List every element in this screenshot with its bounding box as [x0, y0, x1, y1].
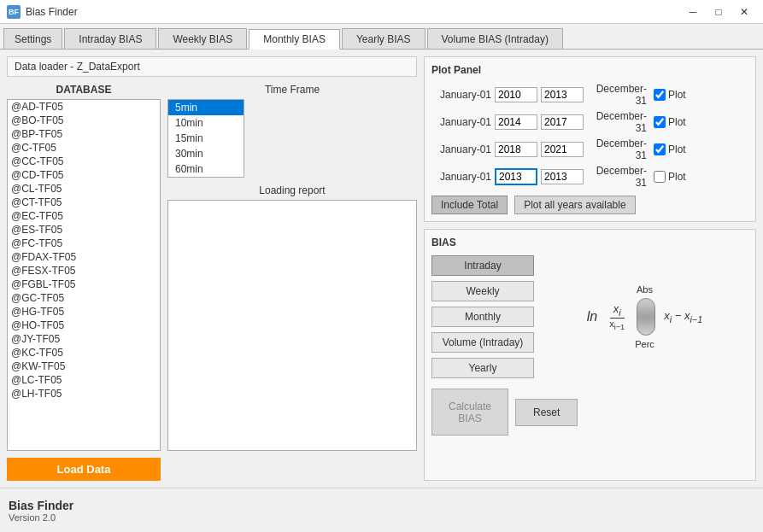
plot-panel: Plot Panel January-01 December-31 Plot J…	[424, 56, 756, 222]
right-inner-panel: Time Frame 5min10min15min30min60min Load…	[167, 84, 417, 451]
bias-yearly-button[interactable]: Yearly	[431, 358, 534, 378]
plot-year2-4[interactable]	[541, 169, 584, 184]
db-item[interactable]: @FDAX-TF05	[8, 250, 160, 264]
plot-year2-3[interactable]	[541, 142, 584, 157]
plot-end-1: December-31	[587, 83, 647, 107]
db-item[interactable]: @LC-TF05	[8, 373, 160, 387]
bias-monthly-button[interactable]: Monthly	[431, 307, 534, 327]
plot-year1-1[interactable]	[495, 87, 537, 102]
db-item[interactable]: @FESX-TF05	[8, 264, 160, 278]
abs-label: Abs	[637, 284, 653, 295]
plot-buttons-row: Include Total Plot all years available	[431, 196, 748, 214]
plot-end-4: December-31	[587, 165, 647, 189]
close-button[interactable]: ✕	[732, 3, 756, 21]
plot-year1-2[interactable]	[495, 114, 537, 130]
title-bar-controls: ─ □ ✕	[681, 3, 756, 21]
plot-panel-title: Plot Panel	[431, 64, 748, 76]
db-item[interactable]: @HO-TF05	[8, 319, 160, 332]
db-item[interactable]: @KC-TF05	[8, 346, 160, 360]
footer-title: Bias Finder	[9, 499, 754, 512]
bias-intraday-button[interactable]: Intraday	[431, 255, 534, 276]
include-total-button[interactable]: Include Total	[431, 196, 508, 214]
db-item[interactable]: @AD-TF05	[8, 100, 160, 114]
db-item[interactable]: @JY-TF05	[8, 332, 160, 346]
plot-check-4[interactable]: Plot	[654, 171, 686, 183]
db-item[interactable]: @KW-TF05	[8, 360, 160, 373]
title-bar: BF Bias Finder ─ □ ✕	[0, 0, 763, 24]
plot-label-1: Plot	[668, 89, 686, 101]
bias-weekly-button[interactable]: Weekly	[431, 281, 534, 301]
app-icon: BF	[7, 5, 21, 19]
tab-yearly[interactable]: Yearly BIAS	[342, 28, 426, 49]
formula-fraction: xi xi−1	[606, 302, 628, 331]
plot-row-3: January-01 December-31 Plot	[431, 137, 748, 161]
db-item[interactable]: @FC-TF05	[8, 237, 160, 250]
bias-buttons: Intraday Weekly Monthly Volume (Intraday…	[431, 255, 534, 378]
plot-end-3: December-31	[587, 137, 647, 161]
db-item[interactable]: @CD-TF05	[8, 168, 160, 182]
data-loader-bar: Data loader - Z_DataExport	[7, 56, 417, 77]
timeframe-section: Time Frame 5min10min15min30min60min	[167, 84, 417, 178]
plot-all-years-button[interactable]: Plot all years available	[514, 196, 635, 214]
right-panel: Plot Panel January-01 December-31 Plot J…	[424, 56, 756, 481]
formula-area: Abs ln xi xi−1 xi − xi−1 Perc	[541, 255, 748, 378]
bias-volume-button[interactable]: Volume (Intraday)	[431, 332, 534, 353]
loading-report-section: Loading report	[167, 184, 417, 451]
toggle-pill[interactable]	[637, 298, 655, 336]
plot-year1-3[interactable]	[495, 142, 537, 157]
tf-item[interactable]: 10min	[168, 115, 244, 131]
tab-weekly[interactable]: Weekly BIAS	[158, 28, 247, 49]
db-item[interactable]: @CC-TF05	[8, 155, 160, 168]
db-item[interactable]: @EC-TF05	[8, 209, 160, 223]
timeframe-label: Time Frame	[167, 84, 417, 96]
maximize-button[interactable]: □	[707, 3, 731, 21]
db-item[interactable]: @ES-TF05	[8, 223, 160, 237]
plot-check-3[interactable]: Plot	[654, 143, 686, 155]
loading-report-box	[167, 200, 417, 451]
plot-year1-4[interactable]	[495, 168, 537, 185]
db-list[interactable]: @AD-TF05@BO-TF05@BP-TF05@C-TF05@CC-TF05@…	[7, 99, 161, 451]
loading-report-label: Loading report	[167, 184, 417, 196]
db-item[interactable]: @CL-TF05	[8, 182, 160, 196]
db-item[interactable]: @CT-TF05	[8, 196, 160, 209]
formula-denominator: xi−1	[606, 319, 628, 331]
tf-item[interactable]: 5min	[168, 100, 244, 115]
plot-year2-1[interactable]	[541, 87, 584, 102]
formula-right-text: xi − xi−1	[664, 309, 702, 324]
perc-label: Perc	[635, 339, 654, 349]
tf-item[interactable]: 15min	[168, 131, 244, 146]
plot-check-2[interactable]: Plot	[654, 116, 686, 128]
timeframe-list[interactable]: 5min10min15min30min60min	[167, 99, 244, 178]
db-item[interactable]: @HG-TF05	[8, 305, 160, 319]
db-item[interactable]: @LH-TF05	[8, 387, 160, 400]
formula-display: ln xi xi−1 xi − xi−1	[587, 298, 702, 336]
toggle-abs-label: Abs	[637, 284, 653, 295]
plot-year2-2[interactable]	[541, 114, 584, 130]
plot-start-2: January-01	[431, 116, 491, 128]
load-data-button[interactable]: Load Data	[7, 458, 161, 481]
tf-item[interactable]: 60min	[168, 161, 244, 177]
db-title: DATABASE	[7, 84, 161, 96]
tab-bar: Settings Intraday BIAS Weekly BIAS Month…	[0, 24, 763, 50]
toggle-perc-label: Perc	[635, 339, 654, 349]
calculate-bias-button[interactable]: CalculateBIAS	[431, 389, 508, 436]
plot-check-1[interactable]: Plot	[654, 89, 686, 101]
minimize-button[interactable]: ─	[681, 3, 705, 21]
plot-start-3: January-01	[431, 143, 491, 155]
tab-volume[interactable]: Volume BIAS (Intraday)	[427, 28, 563, 49]
db-item[interactable]: @C-TF05	[8, 141, 160, 155]
footer-version: Version 2.0	[9, 512, 754, 523]
db-item[interactable]: @BP-TF05	[8, 127, 160, 141]
tab-monthly[interactable]: Monthly BIAS	[249, 29, 340, 50]
tab-settings[interactable]: Settings	[3, 28, 62, 49]
db-item[interactable]: @BO-TF05	[8, 114, 160, 127]
db-item[interactable]: @FGBL-TF05	[8, 278, 160, 291]
formula-ln: ln	[587, 309, 597, 324]
plot-row-2: January-01 December-31 Plot	[431, 110, 748, 134]
data-loader-label: Data loader - Z_DataExport	[15, 61, 140, 73]
tab-intraday[interactable]: Intraday BIAS	[64, 28, 156, 49]
plot-row-4: January-01 December-31 Plot	[431, 165, 748, 189]
tf-item[interactable]: 30min	[168, 146, 244, 161]
reset-button[interactable]: Reset	[515, 399, 578, 426]
db-item[interactable]: @GC-TF05	[8, 291, 160, 305]
